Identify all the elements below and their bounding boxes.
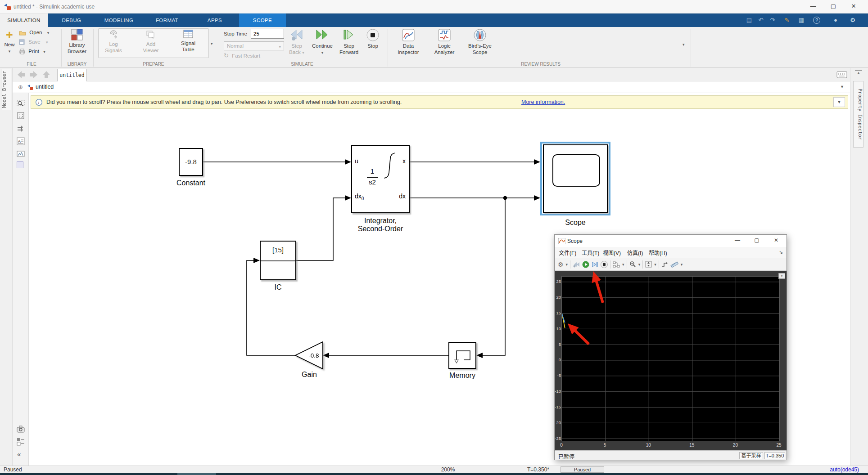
legend-icon[interactable]	[17, 438, 25, 446]
add-viewer-button[interactable]: Add Viewer	[139, 30, 163, 54]
zoom-region-icon[interactable]	[17, 99, 25, 107]
memory-icon	[454, 347, 472, 364]
right-rail: ▲ Property Inspector	[850, 68, 868, 466]
logic-analyzer-button[interactable]: Logic Analyzer	[431, 29, 458, 55]
scope-zoom-icon[interactable]	[629, 261, 636, 268]
scope-run-icon[interactable]	[582, 261, 589, 268]
quick-redo-icon[interactable]: ↷	[768, 16, 777, 24]
scope-minimize-button[interactable]: —	[731, 235, 744, 246]
scope-fit-icon[interactable]	[645, 261, 652, 268]
ribbon-tab-modeling[interactable]: MODELING	[95, 13, 142, 27]
ribbon-tab-simulation[interactable]: SIMULATION	[0, 13, 48, 27]
palette-toolbar: A «	[13, 93, 29, 466]
model-icon	[27, 84, 33, 90]
screenshot-icon[interactable]	[17, 425, 25, 433]
prepare-more-button[interactable]: ▾	[211, 41, 213, 46]
scope-window[interactable]: Scope — ▢ ✕ ↘ 文件(F)工具(T)视图(V)仿真(I)帮助(H) …	[554, 234, 787, 460]
status-solver[interactable]: auto(ode45)	[830, 466, 859, 473]
fast-restart-toggle[interactable]: ↻ Fast Restart	[224, 52, 260, 59]
model-browser-tab[interactable]: Model Browser	[1, 69, 11, 110]
expand-panel-button[interactable]: ▲	[855, 70, 862, 76]
scope-signal-config-icon[interactable]	[613, 261, 620, 268]
quick-panel-icon[interactable]: ▦	[797, 16, 806, 24]
keyboard-icon[interactable]	[836, 71, 847, 78]
collapse-palette-button[interactable]: «	[17, 450, 21, 458]
save-button[interactable]: Save ▾	[19, 39, 48, 46]
simulation-mode-dropdown[interactable]: Normal ▾	[224, 41, 284, 50]
scope-step-back-icon[interactable]	[573, 261, 580, 268]
minimize-button[interactable]: —	[803, 0, 823, 13]
birdseye-scope-button[interactable]: Bird's-Eye Scope	[464, 29, 496, 55]
log-signals-button[interactable]: Log Signals	[101, 30, 126, 54]
scope-settings-icon[interactable]: ⚙	[558, 261, 564, 268]
quick-undo-icon[interactable]: ↶	[756, 16, 765, 24]
scope-block[interactable]	[543, 144, 608, 213]
folder-icon	[19, 30, 26, 36]
constant-block[interactable]: -9.8	[179, 148, 203, 176]
y-tick-label: -20	[553, 420, 561, 425]
scope-close-button[interactable]: ✕	[769, 235, 783, 246]
scope-window-titlebar[interactable]: Scope — ▢ ✕	[555, 235, 787, 247]
viewmarks-icon[interactable]	[17, 150, 25, 158]
quick-settings-icon[interactable]: ⚙	[848, 16, 857, 24]
forward-icon[interactable]	[29, 71, 38, 79]
open-button[interactable]: Open ▾	[19, 30, 49, 37]
scope-menu-item-0[interactable]: 文件(F)	[559, 249, 576, 256]
memory-block[interactable]	[448, 342, 476, 369]
step-back-button[interactable]: Step Back ▾	[285, 29, 308, 55]
breadcrumb-model-name[interactable]: untitled	[36, 84, 54, 90]
scope-step-forward-icon[interactable]	[592, 261, 598, 268]
breadcrumb-dropdown[interactable]: ▼	[840, 85, 844, 89]
hide-browser-icon[interactable]: ⊕	[18, 84, 23, 90]
scope-trigger-icon[interactable]	[661, 261, 668, 268]
stop-button[interactable]: Stop	[365, 29, 381, 49]
continue-button[interactable]: Continue ▾	[309, 29, 335, 55]
annotation-icon[interactable]: A	[17, 137, 25, 145]
quick-brush-icon[interactable]: ✎	[782, 16, 791, 24]
property-inspector-tab[interactable]: Property Inspector	[853, 81, 863, 148]
dock-icon[interactable]: ↘	[779, 249, 783, 255]
ic-block[interactable]: [15]	[260, 241, 296, 280]
scope-menu-item-2[interactable]: 视图(V)	[603, 249, 621, 256]
data-inspector-button[interactable]: Data Inspector	[395, 29, 422, 55]
maximize-button[interactable]: ▢	[823, 0, 843, 13]
notification-text: Did you mean to scroll? Press the mouse …	[46, 96, 402, 108]
ribbon-tab-apps[interactable]: APPS	[197, 13, 233, 27]
scope-maximize-button[interactable]: ▢	[750, 235, 764, 246]
frame-icon[interactable]	[17, 161, 23, 168]
fit-view-icon[interactable]	[17, 112, 25, 120]
panner-button[interactable]: ⇑	[778, 273, 785, 279]
scope-menu-item-4[interactable]: 帮助(H)	[649, 249, 667, 256]
ribbon-tab-format[interactable]: FORMAT	[145, 13, 189, 27]
document-tab-untitled[interactable]: untitled	[57, 69, 87, 81]
scope-plot[interactable]	[561, 276, 780, 441]
more-information-link[interactable]: More information.	[521, 96, 565, 108]
stop-time-input[interactable]	[251, 29, 284, 39]
quick-save-icon[interactable]: ▤	[745, 16, 754, 24]
stop-time-label: Stop Time	[224, 31, 247, 36]
ribbon-tab-scope[interactable]: SCOPE	[239, 13, 286, 27]
notification-dropdown[interactable]: ▼	[833, 97, 845, 107]
quick-help-icon[interactable]: ?	[813, 17, 820, 24]
print-button[interactable]: Print ▾	[19, 49, 45, 56]
integrator-block[interactable]: u dx0 x dx 1 s2	[351, 145, 410, 213]
signal-table-button[interactable]: Signal Table	[176, 30, 200, 53]
gain-block[interactable]: -0.8	[293, 339, 326, 372]
quick-profile-icon[interactable]: ●	[831, 16, 840, 24]
x-tick-label: 10	[643, 443, 653, 448]
integral-icon	[384, 151, 396, 184]
ribbon-collapse-button[interactable]: ▾	[683, 42, 685, 47]
new-button[interactable]: + New ▾	[2, 29, 17, 60]
step-forward-button[interactable]: Step Forward	[336, 29, 362, 55]
signal-routing-icon[interactable]	[17, 125, 25, 133]
scope-menu-item-1[interactable]: 工具(T)	[582, 249, 599, 256]
close-button[interactable]: ✕	[844, 0, 863, 13]
back-icon[interactable]	[17, 71, 26, 79]
svg-text:A: A	[18, 139, 21, 143]
scope-stop-icon[interactable]	[601, 261, 608, 268]
up-icon[interactable]	[42, 71, 50, 79]
scope-measure-icon[interactable]	[670, 261, 678, 268]
ribbon-tab-debug[interactable]: DEBUG	[51, 13, 92, 27]
scope-menu-item-3[interactable]: 仿真(I)	[627, 249, 643, 256]
library-browser-button[interactable]: Library Browser	[64, 29, 90, 54]
